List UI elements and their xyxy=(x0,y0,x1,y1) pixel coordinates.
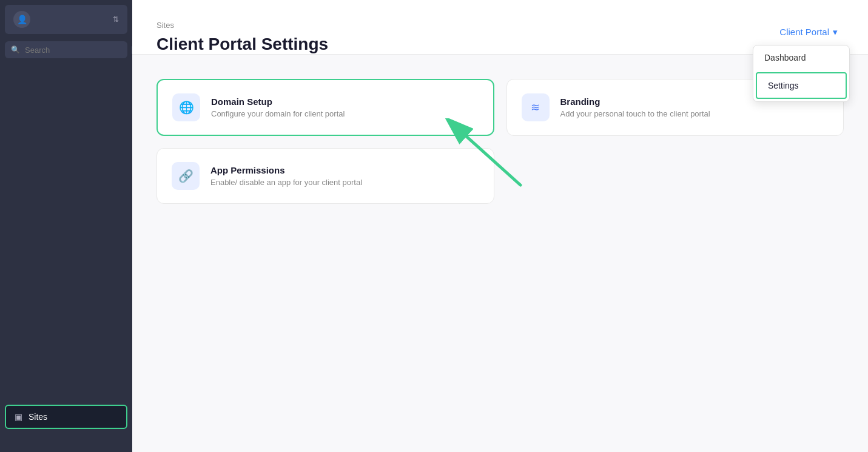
app-permissions-icon-wrap: 🔗 xyxy=(172,162,200,190)
app-permissions-card[interactable]: 🔗 App Permissions Enable/ disable an app… xyxy=(156,148,494,204)
app-permissions-description: Enable/ disable an app for your client p… xyxy=(210,178,362,187)
dropdown-item-dashboard[interactable]: Dashboard xyxy=(753,46,849,70)
app-permissions-title: App Permissions xyxy=(210,165,362,175)
sidebar: 👤 ⇅ 🔍 ⌘K ⚡ ▣ Sites xyxy=(0,0,132,452)
user-selector[interactable]: 👤 ⇅ xyxy=(5,5,127,34)
main-content: Sites Client Portal Settings Client Port… xyxy=(132,0,868,452)
user-chevron-icon: ⇅ xyxy=(113,15,119,24)
branding-description: Add your personal touch to the client po… xyxy=(560,109,710,118)
domain-setup-title: Domain Setup xyxy=(211,96,345,107)
domain-setup-icon-wrap: 🌐 xyxy=(172,93,200,121)
branding-text: Branding Add your personal touch to the … xyxy=(560,96,710,118)
search-bar[interactable]: 🔍 ⌘K ⚡ xyxy=(5,41,127,58)
sidebar-item-sites[interactable]: ▣ Sites xyxy=(5,405,127,429)
branding-icon-wrap: ≋ xyxy=(522,93,550,121)
client-portal-label: Client Portal xyxy=(779,27,829,37)
sidebar-item-sites-label: Sites xyxy=(29,412,47,422)
domain-setup-card[interactable]: 🌐 Domain Setup Configure your domain for… xyxy=(156,79,494,136)
portal-selector-area: Client Portal ▾ Dashboard Settings xyxy=(773,23,844,41)
branding-title: Branding xyxy=(560,96,710,107)
link-icon: 🔗 xyxy=(178,169,193,183)
sites-icon: ▣ xyxy=(15,412,22,422)
client-portal-dropdown-btn[interactable]: Client Portal ▾ xyxy=(773,23,844,41)
breadcrumb: Sites xyxy=(156,21,328,30)
domain-setup-text: Domain Setup Configure your domain for c… xyxy=(211,96,345,118)
globe-icon: 🌐 xyxy=(179,100,194,115)
page-title: Client Portal Settings xyxy=(156,35,328,54)
app-permissions-text: App Permissions Enable/ disable an app f… xyxy=(210,165,362,187)
dropdown-item-settings[interactable]: Settings xyxy=(756,72,847,99)
search-input[interactable] xyxy=(25,46,127,55)
portal-dropdown-menu: Dashboard Settings xyxy=(753,45,850,102)
cards-grid: 🌐 Domain Setup Configure your domain for… xyxy=(156,79,844,204)
chevron-down-icon: ▾ xyxy=(833,27,838,38)
user-avatar: 👤 xyxy=(13,11,30,28)
top-bar: Sites Client Portal Settings Client Port… xyxy=(132,0,868,55)
settings-content: 🌐 Domain Setup Configure your domain for… xyxy=(132,55,868,452)
search-icon: 🔍 xyxy=(11,46,20,54)
domain-setup-description: Configure your domain for client portal xyxy=(211,109,345,118)
branding-icon: ≋ xyxy=(531,101,540,114)
